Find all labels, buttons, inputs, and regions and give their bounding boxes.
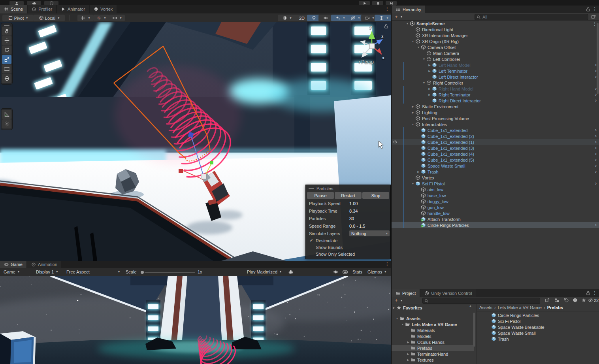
tool2-tool[interactable] — [2, 119, 11, 128]
expand-icon[interactable]: ▶ — [406, 358, 411, 362]
project-lock-icon[interactable] — [586, 290, 591, 296]
tab-scene[interactable]: Scene — [0, 5, 27, 13]
debug-bug-icon[interactable] — [288, 269, 294, 275]
gizmo-button[interactable]: ▾ — [375, 15, 393, 21]
project-search-input[interactable] — [430, 298, 538, 303]
create-asset-button[interactable]: + — [395, 297, 398, 303]
hierarchy-search[interactable] — [475, 14, 588, 20]
hierarchy-row-aim-low[interactable]: aim_low — [392, 187, 599, 192]
hierarchy-row-camera-offset[interactable]: ▼Camera Offset — [392, 44, 599, 50]
prefab-open-chevron[interactable]: › — [595, 163, 597, 169]
drag-handle-icon[interactable] — [4, 25, 9, 26]
hierarchy-row-right-direct-interactor[interactable]: Right Direct Interactor› — [392, 98, 599, 104]
tab-unity-version-control[interactable]: Unity Version Control — [420, 289, 476, 297]
restart-button[interactable]: Restart — [335, 192, 362, 199]
folder-row-terminatorhand[interactable]: ▶TerminatorHand — [392, 351, 474, 357]
tab-animation[interactable]: Animation — [27, 261, 61, 268]
asset-pack-icon[interactable] — [554, 298, 559, 304]
display-dropdown[interactable]: Display 1▾ — [34, 268, 60, 275]
game-gizmos-dropdown[interactable]: Gizmos▾ — [365, 268, 388, 275]
hierarchy-row-xr-origin-xr-rig-[interactable]: ▼XR Origin (XR Rig) — [392, 38, 599, 44]
scene-rotation-lock-icon[interactable] — [384, 24, 389, 30]
import-warning-icon[interactable] — [573, 298, 578, 304]
hierarchy-row-main-camera[interactable]: Main Camera — [392, 50, 599, 56]
hierarchy-row-base-low[interactable]: base_low — [392, 192, 599, 198]
rect-tool[interactable] — [2, 64, 11, 74]
game-display-target-dropdown[interactable]: Game▾ — [2, 268, 21, 275]
expand-icon[interactable]: ▼ — [395, 317, 399, 320]
tab-profiler[interactable]: Profiler — [28, 5, 56, 13]
checkbox-show-bounds[interactable]: Show Bounds — [306, 244, 390, 251]
folder-row-materials[interactable]: Materials — [392, 327, 474, 333]
collapse-icon[interactable]: ▶ — [392, 306, 396, 309]
hierarchy-row-doggy-low[interactable]: doggy_low — [392, 198, 599, 204]
move-tool[interactable] — [2, 36, 11, 45]
handle-rotation-dropdown[interactable]: Local▾ — [33, 15, 65, 21]
play-maximized-dropdown[interactable]: Play Maximized▾ — [245, 268, 283, 275]
hierarchy-row-xr-interaction-manager[interactable]: XR Interaction Manager — [392, 32, 599, 38]
field-value[interactable]: 8.34 — [349, 209, 358, 213]
search-by-label-icon[interactable] — [564, 298, 569, 304]
snap-move-button[interactable]: ▾ — [109, 15, 125, 21]
create-asset-dropdown-icon[interactable]: ▾ — [401, 299, 402, 302]
hierarchy-row-cube-1x1-extended[interactable]: Cube_1x1_extended› — [392, 127, 599, 133]
axis-label-x[interactable]: x — [382, 55, 384, 60]
scale-tool[interactable] — [2, 55, 11, 64]
hierarchy-row-cube-1x1-extended-1-[interactable]: Cube_1x1_extended (1)› — [392, 139, 599, 145]
stats-button[interactable]: Stats — [352, 270, 362, 274]
folder-row-prefabs[interactable]: Prefabs — [392, 345, 474, 351]
hierarchy-row-trash[interactable]: ▶Trash› — [392, 169, 599, 175]
scale-slider-handle[interactable] — [141, 271, 144, 274]
breadcrumb-item[interactable]: Lets Make a VR Game — [498, 305, 542, 310]
project-folders-scrollbar[interactable] — [473, 313, 475, 347]
tab-vortex[interactable]: Vortex — [90, 5, 117, 13]
expand-icon[interactable]: ▼ — [411, 182, 415, 185]
simulate-layers-dropdown[interactable]: Nothing▾ — [349, 230, 390, 236]
prefab-open-chevron[interactable]: › — [595, 151, 597, 157]
prefab-open-chevron[interactable]: › — [595, 127, 597, 133]
axis-label-y[interactable]: y — [369, 25, 372, 29]
expand-icon[interactable]: ▼ — [400, 323, 405, 326]
hand-tool[interactable] — [2, 26, 11, 36]
panel-lock-icon[interactable] — [586, 7, 591, 13]
snap-red-button[interactable]: ▾ — [93, 15, 109, 21]
aspect-ratio-dropdown[interactable]: Free Aspect▾ — [64, 268, 122, 275]
prefab-open-chevron[interactable]: › — [595, 157, 597, 163]
audio-off-button[interactable] — [318, 15, 333, 21]
expand-icon[interactable]: ▼ — [411, 123, 415, 126]
prefab-open-chevron[interactable]: › — [595, 181, 597, 187]
expand-icon[interactable]: ▶ — [411, 111, 415, 114]
prefab-open-chevron[interactable]: › — [595, 98, 597, 104]
expand-icon[interactable]: ▼ — [422, 58, 426, 60]
hidden-assets-toggle[interactable]: 22 — [588, 298, 599, 303]
asset-row-trash[interactable]: Trash — [477, 336, 599, 342]
visibility-eye-icon[interactable] — [393, 140, 397, 145]
scroll-up-icon[interactable]: ▲ — [469, 304, 472, 307]
hierarchy-row-cube-1x1-extended-4-[interactable]: Cube_1x1_extended (4)› — [392, 151, 599, 157]
hierarchy-row-samplescene[interactable]: ▼SampleScene⋮ — [392, 21, 599, 26]
snap-grid-button[interactable]: ▾ — [77, 15, 93, 21]
field-value[interactable]: 30 — [349, 216, 354, 221]
hierarchy-row-sci-fi-pistol[interactable]: ▼Sci Fi Pistol› — [392, 181, 599, 187]
folder-row-oculus-hands[interactable]: ▶Oculus Hands — [392, 339, 474, 345]
pause-button[interactable]: Pause — [307, 192, 334, 199]
prefab-open-chevron[interactable]: › — [595, 139, 597, 145]
stop-button[interactable]: Stop — [362, 192, 389, 199]
hierarchy-row-vortex[interactable]: Vortex — [392, 175, 599, 181]
scale-slider-track[interactable] — [145, 272, 195, 273]
breadcrumb-item[interactable]: Prefabs — [547, 305, 563, 310]
hierarchy-row-right-controller[interactable]: ▼Right Controller — [392, 80, 599, 86]
hierarchy-row-left-hand-model[interactable]: ▶Left Hand Model› — [392, 62, 599, 68]
asset-row-circle-rings-particles[interactable]: Circle Rings Particles — [477, 312, 599, 318]
expand-icon[interactable]: ▶ — [406, 341, 411, 344]
hierarchy-row-left-controller[interactable]: ▼Left Controller — [392, 56, 599, 62]
mute-audio-icon[interactable] — [333, 269, 338, 275]
favorites-filter-icon[interactable] — [581, 298, 586, 304]
expand-icon[interactable]: ▶ — [416, 170, 421, 174]
hierarchy-row-cube-1x1-extended-5-[interactable]: Cube_1x1_extended (5)› — [392, 157, 599, 163]
hierarchy-row-left-terminator[interactable]: ▶Left Terminator› — [392, 68, 599, 74]
project-menu-icon[interactable]: ⋮ — [592, 290, 597, 296]
tab-game[interactable]: Game — [0, 261, 26, 268]
hierarchy-row-space-waste-small[interactable]: Space Waste Small› — [392, 163, 599, 169]
expand-icon[interactable]: ▼ — [411, 40, 415, 43]
